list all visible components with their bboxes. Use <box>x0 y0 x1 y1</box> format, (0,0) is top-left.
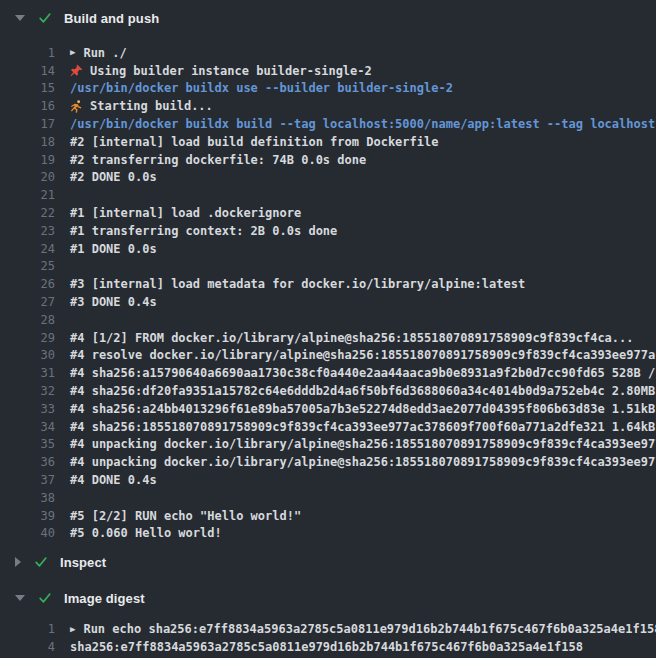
log-line: 1▶Run echo sha256:e7ff8834a5963a2785c5a0… <box>0 620 656 638</box>
section-header-inspect[interactable]: Inspect <box>0 550 656 574</box>
log-line: 4sha256:e7ff8834a5963a2785c5a0811e979d16… <box>0 638 656 656</box>
line-text: #4 unpacking docker.io/library/alpine@sh… <box>70 455 656 469</box>
line-number[interactable]: 17 <box>0 117 55 131</box>
line-text: #2 transferring dockerfile: 74B 0.0s don… <box>70 153 366 167</box>
line-body: #2 DONE 0.0s <box>70 170 157 184</box>
log-line: 32#4 sha256:df20fa9351a15782c64e6dddb2d4… <box>0 382 656 400</box>
section-title: Build and push <box>64 11 159 26</box>
line-body: #4 sha256:a15790640a6690aa1730c38cf0a440… <box>70 366 656 380</box>
line-body: #1 transferring context: 2B 0.0s done <box>70 224 337 238</box>
line-number[interactable]: 1 <box>0 622 55 636</box>
log-line: 23#1 transferring context: 2B 0.0s done <box>0 222 656 240</box>
line-number[interactable]: 34 <box>0 420 55 434</box>
log-line: 17/usr/bin/docker buildx build --tag loc… <box>0 115 656 133</box>
check-icon <box>38 11 52 25</box>
line-number[interactable]: 28 <box>0 313 55 327</box>
log-line: 14Using builder instance builder-single-… <box>0 62 656 80</box>
log-line: 31#4 sha256:a15790640a6690aa1730c38cf0a4… <box>0 364 656 382</box>
expand-run-icon[interactable]: ▶ <box>70 48 75 57</box>
line-number[interactable]: 1 <box>0 46 55 60</box>
line-number[interactable]: 33 <box>0 402 55 416</box>
log-line: 15/usr/bin/docker buildx use --builder b… <box>0 80 656 98</box>
line-body: #4 DONE 0.4s <box>70 473 157 487</box>
line-text: #1 [internal] load .dockerignore <box>70 206 301 220</box>
section-header-image-digest[interactable]: Image digest <box>0 586 656 610</box>
line-number[interactable]: 19 <box>0 153 55 167</box>
line-number[interactable]: 39 <box>0 509 55 523</box>
line-number[interactable]: 38 <box>0 491 55 505</box>
line-text: #4 sha256:df20fa9351a15782c64e6dddb2d4a6… <box>70 384 656 398</box>
check-icon <box>34 555 48 569</box>
line-text: #1 DONE 0.0s <box>70 242 157 256</box>
line-body: #3 DONE 0.4s <box>70 295 157 309</box>
line-body: #4 resolve docker.io/library/alpine@sha2… <box>70 348 656 362</box>
line-text: #2 [internal] load build definition from… <box>70 135 438 149</box>
log-line: 30#4 resolve docker.io/library/alpine@sh… <box>0 347 656 365</box>
line-number[interactable]: 4 <box>0 640 55 654</box>
line-number[interactable]: 36 <box>0 455 55 469</box>
line-body: ▶Run ./ <box>70 46 127 60</box>
line-text: Run ./ <box>83 46 126 60</box>
line-number[interactable]: 26 <box>0 277 55 291</box>
runner-icon <box>70 100 83 113</box>
log-line: 27#3 DONE 0.4s <box>0 293 656 311</box>
caret-down-icon <box>15 15 25 21</box>
line-body: Starting build... <box>70 99 213 113</box>
log-line: 25 <box>0 258 656 276</box>
log-line: 36#4 unpacking docker.io/library/alpine@… <box>0 453 656 471</box>
line-number[interactable]: 32 <box>0 384 55 398</box>
line-text: #4 sha256:a24bb4013296f61e89ba57005a7b3e… <box>70 402 656 416</box>
line-text: sha256:e7ff8834a5963a2785c5a0811e979d16b… <box>70 640 583 654</box>
line-text: #5 0.060 Hello world! <box>70 526 222 540</box>
line-number[interactable]: 22 <box>0 206 55 220</box>
line-number[interactable]: 37 <box>0 473 55 487</box>
log-line: 28 <box>0 311 656 329</box>
line-number[interactable]: 30 <box>0 348 55 362</box>
line-body: sha256:e7ff8834a5963a2785c5a0811e979d16b… <box>70 640 583 654</box>
caret-down-icon <box>15 595 25 601</box>
line-number[interactable]: 20 <box>0 170 55 184</box>
log-lines-build-and-push: 1▶Run ./14Using builder instance builder… <box>0 44 656 542</box>
log-line: 38 <box>0 489 656 507</box>
line-body: #4 sha256:185518070891758909c9f839cf4ca3… <box>70 420 656 434</box>
line-number[interactable]: 14 <box>0 64 55 78</box>
line-text: #4 resolve docker.io/library/alpine@sha2… <box>70 348 656 362</box>
line-number[interactable]: 15 <box>0 81 55 95</box>
line-body: ▶Run echo sha256:e7ff8834a5963a2785c5a08… <box>70 622 656 636</box>
line-body: #4 unpacking docker.io/library/alpine@sh… <box>70 437 656 451</box>
line-text: /usr/bin/docker buildx use --builder bui… <box>70 81 453 95</box>
line-body: #4 sha256:a24bb4013296f61e89ba57005a7b3e… <box>70 402 656 416</box>
line-text: #4 unpacking docker.io/library/alpine@sh… <box>70 437 656 451</box>
log-lines-image-digest: 1▶Run echo sha256:e7ff8834a5963a2785c5a0… <box>0 620 656 656</box>
line-number[interactable]: 23 <box>0 224 55 238</box>
line-number[interactable]: 35 <box>0 437 55 451</box>
log-line: 37#4 DONE 0.4s <box>0 471 656 489</box>
log-line: 34#4 sha256:185518070891758909c9f839cf4c… <box>0 418 656 436</box>
line-body: /usr/bin/docker buildx use --builder bui… <box>70 81 453 95</box>
log-line: 18#2 [internal] load build definition fr… <box>0 133 656 151</box>
line-number[interactable]: 40 <box>0 526 55 540</box>
line-number[interactable]: 24 <box>0 242 55 256</box>
log-line: 39#5 [2/2] RUN echo "Hello world!" <box>0 507 656 525</box>
section-header-build-and-push[interactable]: Build and push <box>0 6 656 30</box>
line-number[interactable]: 16 <box>0 99 55 113</box>
line-text: Run echo sha256:e7ff8834a5963a2785c5a081… <box>83 622 656 636</box>
pushpin-icon <box>70 64 83 77</box>
log-line: 40#5 0.060 Hello world! <box>0 525 656 543</box>
line-number[interactable]: 21 <box>0 188 55 202</box>
line-number[interactable]: 18 <box>0 135 55 149</box>
line-number[interactable]: 31 <box>0 366 55 380</box>
section-title: Image digest <box>64 591 145 606</box>
line-text: Starting build... <box>90 99 213 113</box>
line-text: #3 [internal] load metadata for docker.i… <box>70 277 525 291</box>
log-line: 21 <box>0 186 656 204</box>
log-line: 20#2 DONE 0.0s <box>0 169 656 187</box>
line-number[interactable]: 29 <box>0 331 55 345</box>
line-number[interactable]: 27 <box>0 295 55 309</box>
line-body: #1 DONE 0.0s <box>70 242 157 256</box>
section-title: Inspect <box>60 555 106 570</box>
expand-run-icon[interactable]: ▶ <box>70 625 75 634</box>
log-line: 16Starting build... <box>0 97 656 115</box>
log-line: 26#3 [internal] load metadata for docker… <box>0 275 656 293</box>
line-number[interactable]: 25 <box>0 259 55 273</box>
